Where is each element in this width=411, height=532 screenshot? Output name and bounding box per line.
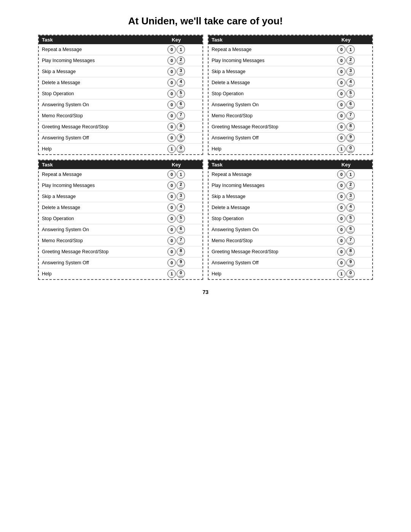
task-cell: Answering System Off (39, 133, 150, 144)
key-cell: 05jkl (150, 88, 202, 99)
table-row: Greeting Message Record/Stop08tuv (39, 246, 202, 257)
key-button: 7pqrs (177, 112, 185, 120)
task-cell: Answering System Off (39, 257, 150, 268)
key-button: 8tuv (346, 123, 355, 131)
key-button: 0 (337, 101, 346, 109)
key-cell: 05jkl (320, 213, 372, 224)
key-cell: 07pqrs (320, 235, 372, 246)
key-cell: 05jkl (320, 88, 372, 99)
col-key-header: Key (320, 160, 372, 169)
task-cell: Memo Record/Stop (39, 110, 150, 121)
key-cell: 05jkl (150, 213, 202, 224)
task-cell: Repeat a Message (39, 169, 150, 180)
reference-card-1: TaskKeyRepeat a Message01Play Incoming M… (38, 35, 203, 155)
task-cell: Play Incoming Messages (39, 180, 150, 191)
key-button: 5jkl (346, 214, 355, 223)
key-cell: 01 (150, 44, 202, 55)
task-cell: Stop Operation (39, 213, 150, 224)
key-button: 5jkl (177, 89, 185, 98)
key-cell: 06mno (150, 224, 202, 235)
key-button: 3def (346, 192, 355, 201)
task-cell: Greeting Message Record/Stop (209, 121, 320, 133)
key-cell: 02abc (150, 180, 202, 191)
key-button: 3def (346, 67, 355, 76)
reference-card-4: TaskKeyRepeat a Message01Play Incoming M… (208, 160, 373, 280)
task-cell: Play Incoming Messages (209, 55, 320, 66)
key-button: 4ghi (177, 78, 185, 87)
key-button: 6mno (346, 101, 355, 109)
table-row: Answering System Off09wxyz (39, 133, 202, 144)
key-button: 0oper (346, 145, 355, 153)
key-button: 0 (167, 192, 176, 201)
key-button: 0 (167, 214, 176, 223)
key-button: 9wxyz (177, 134, 185, 142)
key-cell: 07pqrs (150, 110, 202, 121)
key-button: 8tuv (177, 248, 185, 256)
key-button: 0 (167, 259, 176, 267)
table-row: Answering System Off09wxyz (39, 257, 202, 268)
col-key-header: Key (150, 35, 202, 44)
key-button: 6mno (177, 101, 185, 109)
key-cell: 03def (320, 66, 372, 77)
key-button: 1 (167, 145, 176, 153)
task-cell: Stop Operation (209, 213, 320, 224)
key-button: 0 (337, 248, 346, 256)
key-cell: 03def (150, 66, 202, 77)
table-row: Stop Operation05jkl (39, 213, 202, 224)
key-button: 0 (337, 203, 346, 212)
key-button: 0 (167, 45, 176, 54)
key-button: 0 (337, 89, 346, 98)
key-cell: 10oper (320, 268, 372, 280)
key-button: 9wxyz (346, 259, 355, 267)
task-cell: Stop Operation (39, 88, 150, 99)
col-key-header: Key (320, 35, 372, 44)
key-button: 0oper (177, 145, 185, 153)
key-button: 8tuv (346, 248, 355, 256)
table-row: Repeat a Message01 (209, 44, 372, 55)
key-cell: 01 (150, 169, 202, 180)
key-cell: 08tuv (320, 246, 372, 257)
table-row: Memo Record/Stop07pqrs (209, 110, 372, 121)
key-button: 1 (337, 145, 346, 153)
key-cell: 10oper (150, 268, 202, 280)
key-button: 0 (337, 67, 346, 76)
table-row: Play Incoming Messages02abc (39, 55, 202, 66)
key-cell: 06mno (320, 99, 372, 110)
key-cell: 08tuv (150, 121, 202, 133)
table-row: Greeting Message Record/Stop08tuv (209, 121, 372, 133)
col-task-header: Task (209, 160, 320, 169)
key-cell: 03def (320, 191, 372, 202)
table-row: Memo Record/Stop07pqrs (209, 235, 372, 246)
key-button: 1 (346, 45, 355, 54)
table-row: Stop Operation05jkl (209, 213, 372, 224)
task-cell: Repeat a Message (39, 44, 150, 55)
task-cell: Stop Operation (209, 88, 320, 99)
task-cell: Delete a Message (209, 77, 320, 88)
key-button: 1 (167, 270, 176, 278)
key-button: 5jkl (177, 214, 185, 223)
key-button: 6mno (177, 225, 185, 234)
key-button: 4ghi (346, 203, 355, 212)
key-cell: 06mno (150, 99, 202, 110)
key-button: 0 (337, 236, 346, 245)
table-row: Help10oper (39, 268, 202, 280)
key-cell: 04ghi (150, 202, 202, 213)
table-row: Answering System Off09wxyz (209, 257, 372, 268)
table-row: Greeting Message Record/Stop08tuv (39, 121, 202, 133)
task-cell: Help (39, 144, 150, 155)
table-row: Skip a Message03def (209, 191, 372, 202)
table-row: Skip a Message03def (39, 191, 202, 202)
table-row: Stop Operation05jkl (209, 88, 372, 99)
reference-card-3: TaskKeyRepeat a Message01Play Incoming M… (38, 160, 203, 280)
task-cell: Help (209, 144, 320, 155)
key-cell: 02abc (320, 180, 372, 191)
task-cell: Greeting Message Record/Stop (39, 246, 150, 257)
table-row: Play Incoming Messages02abc (39, 180, 202, 191)
key-button: 0 (337, 170, 346, 179)
table-row: Repeat a Message01 (209, 169, 372, 180)
table-row: Repeat a Message01 (39, 169, 202, 180)
table-row: Memo Record/Stop07pqrs (39, 110, 202, 121)
task-cell: Skip a Message (209, 66, 320, 77)
key-button: 0 (167, 78, 176, 87)
key-button: 2abc (346, 181, 355, 190)
